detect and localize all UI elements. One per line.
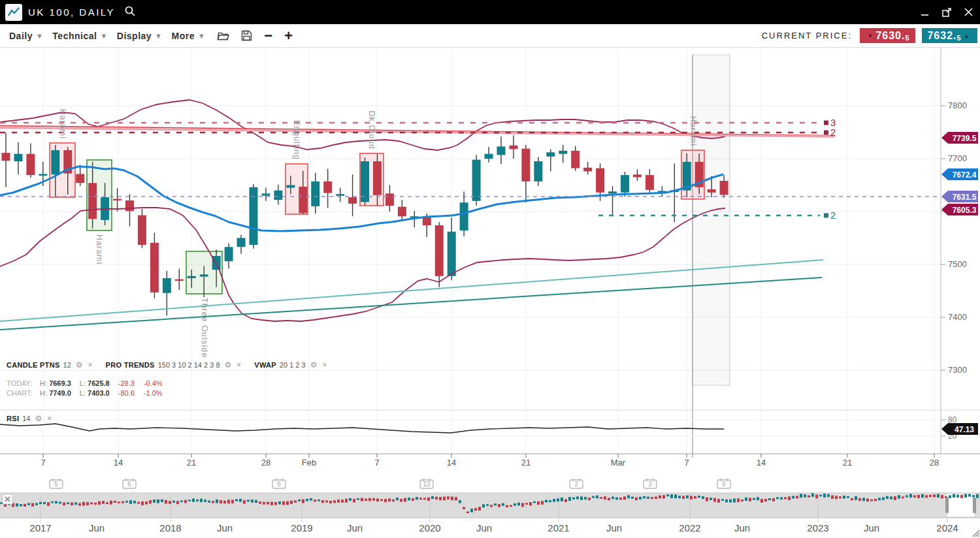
candle-body — [546, 152, 555, 156]
close-icon[interactable]: × — [237, 360, 241, 370]
gear-icon[interactable]: ⚙ — [310, 360, 318, 370]
navigator-mini-bar — [125, 501, 128, 503]
navigator-mini-bar — [251, 499, 253, 503]
rsi-axis-label: 80 — [948, 415, 957, 424]
menu-interval[interactable]: Daily▼ — [9, 31, 43, 41]
calendar-marker[interactable]: 3 — [644, 479, 657, 488]
navigator-mini-bar — [157, 499, 159, 503]
navigator-mini-bar — [760, 499, 763, 503]
navigator-mini-bar — [341, 499, 344, 503]
navigator-axis-label: Jun — [89, 522, 105, 533]
calendar-marker[interactable]: 2 — [570, 479, 583, 488]
zoom-in-button[interactable]: + — [284, 29, 293, 42]
navigator-mini-bar — [576, 496, 579, 499]
navigator-mini-bar — [694, 496, 696, 499]
search-icon[interactable] — [124, 5, 136, 20]
x-axis-label: 21 — [187, 458, 196, 467]
candle-body — [88, 183, 97, 219]
navigator-mini-bar — [737, 498, 740, 502]
calendar-marker[interactable]: 12 — [420, 479, 433, 488]
close-icon[interactable]: × — [88, 360, 93, 370]
calendar-marker[interactable]: 5 — [50, 479, 63, 488]
zoom-out-button[interactable]: − — [264, 29, 272, 42]
navigator-mini-bar — [713, 498, 716, 502]
candle-body — [621, 175, 629, 193]
navigator-mini-bar — [149, 500, 152, 503]
navigator-mini-bar — [521, 503, 524, 507]
navigator-mini-bar — [345, 499, 348, 503]
navigator-mini-bar — [184, 500, 187, 503]
navigator-mini-bar — [510, 505, 512, 507]
gear-icon[interactable]: ⚙ — [76, 360, 83, 370]
pattern-label: Dk Cloud — [367, 111, 376, 150]
chevron-down-icon: ▼ — [155, 32, 162, 40]
menu-more[interactable]: More▼ — [172, 31, 206, 41]
close-icon[interactable]: × — [47, 414, 52, 423]
navigator-mini-bar — [819, 495, 822, 497]
save-icon[interactable] — [241, 30, 252, 41]
menu-display[interactable]: Display▼ — [117, 31, 163, 41]
navigator-mini-bar — [286, 501, 289, 505]
popout-button[interactable] — [941, 7, 952, 18]
navigator-mini-bar — [368, 498, 371, 501]
calendar-marker[interactable]: 6 — [717, 479, 730, 488]
navigator-mini-bar — [882, 498, 885, 500]
navigator-mini-bar — [235, 499, 238, 501]
calendar-marker[interactable]: 6 — [272, 479, 286, 488]
navigator-mini-bar — [639, 497, 642, 499]
navigator-mini-bar — [470, 509, 473, 513]
navigator-mini-bar — [792, 496, 794, 499]
navigator-mini-bar — [823, 494, 826, 498]
navigator-mini-bar — [537, 501, 540, 505]
indicator-name: PRO TRENDS — [106, 361, 155, 369]
navigator-mini-bar — [431, 496, 434, 499]
navigator-mini-bar — [631, 497, 634, 499]
price-axis-label: 7500 — [948, 259, 967, 269]
buy-price-button[interactable]: 7632.5 ▲ — [922, 28, 977, 43]
candle-body — [51, 150, 59, 174]
navigator-mini-bar — [114, 501, 116, 503]
rsi-value-tag-text: 47.13 — [955, 425, 974, 434]
minimize-button[interactable] — [921, 8, 930, 17]
navigator-mini-bar — [427, 498, 430, 501]
navigator-axis-label: 2021 — [547, 522, 569, 533]
navigator-mini-bar — [635, 498, 638, 501]
navigator-mini-bar — [572, 498, 575, 499]
navigator-mini-bar — [153, 499, 155, 503]
navigator-mini-bar — [502, 503, 504, 506]
navigator-mini-bar — [866, 498, 869, 501]
navigator-mini-bar — [925, 495, 928, 498]
navigator-mini-bar — [176, 501, 179, 504]
close-icon[interactable] — [964, 7, 973, 17]
navigator-mini-bar — [106, 502, 108, 504]
calendar-marker[interactable]: 6 — [123, 479, 136, 488]
candle-body — [113, 199, 122, 201]
navigator-mini-bar — [110, 501, 112, 505]
navigator-mini-bar — [306, 499, 308, 501]
close-icon[interactable]: × — [322, 360, 327, 370]
candle-body — [76, 174, 84, 183]
navigator-mini-bar — [949, 496, 951, 498]
navigator-left-handle[interactable] — [945, 498, 949, 513]
sell-price-button[interactable]: ▼ 7630.5 — [860, 28, 915, 43]
navigator-mini-bar — [294, 500, 297, 502]
navigator-mini-bar — [643, 496, 645, 498]
navigator-right-handle[interactable] — [973, 498, 976, 513]
indicator-params: 12 — [63, 361, 71, 369]
navigator-mini-bar — [890, 496, 892, 499]
navigator-mini-bar — [525, 503, 528, 505]
resize-grip[interactable] — [978, 535, 979, 537]
navigator-mini-bar — [31, 503, 34, 507]
navigator-axis-label: 2022 — [679, 522, 700, 533]
x-axis-label: 14 — [114, 458, 123, 467]
navigator-mini-bar — [59, 501, 61, 503]
open-folder-icon[interactable] — [217, 31, 229, 41]
navigator-mini-bar — [757, 497, 759, 500]
navigator-axis-label: 2017 — [29, 522, 51, 533]
navigator-mini-bar — [517, 503, 520, 506]
menu-technical[interactable]: Technical▼ — [52, 31, 107, 41]
navigator-mini-bar — [612, 497, 614, 499]
navigator-mini-bar — [78, 503, 81, 506]
gear-icon[interactable]: ⚙ — [225, 360, 232, 370]
gear-icon[interactable]: ⚙ — [35, 414, 42, 423]
